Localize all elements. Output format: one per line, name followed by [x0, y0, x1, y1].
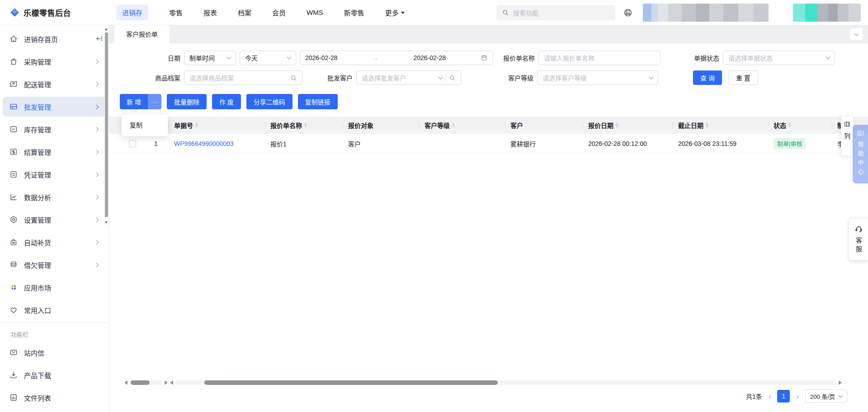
download-icon — [9, 370, 18, 379]
sort-icon[interactable] — [706, 123, 708, 127]
sidebar-item-delivery[interactable]: 配送管理 — [3, 74, 106, 94]
filter-panel-collapse-button[interactable] — [850, 28, 863, 40]
header-status[interactable]: 状态 — [768, 121, 832, 130]
table-horizontal-scrollbar[interactable] — [170, 379, 842, 386]
doc-no-link[interactable]: WP99664990000003 — [174, 140, 234, 147]
wholesale-customer-select[interactable]: 请选择批发客户 — [356, 70, 461, 85]
date-range-picker[interactable]: 2026-02-28 → 2026-02-28 — [300, 51, 493, 65]
sidebar-item-inbox[interactable]: 站内信 — [3, 342, 106, 362]
scrollbar-thumb[interactable] — [204, 380, 498, 385]
menu-item-copy[interactable]: 复制 — [122, 117, 168, 134]
sidebar-item-analytics[interactable]: 数据分析 — [3, 187, 106, 207]
scrollbar-thumb[interactable] — [131, 380, 150, 385]
pagination: 共1条 ‹ 1 › 200 条/页 — [746, 389, 847, 403]
function-search-input[interactable]: 搜索功能 — [496, 5, 615, 20]
nav-tab-lingshou[interactable]: 零售 — [169, 8, 183, 17]
scrollbar-track[interactable] — [175, 380, 836, 385]
app-market-icon — [9, 283, 18, 292]
sidebar-item-app-market[interactable]: 应用市场 — [3, 277, 106, 297]
frozen-columns-scrollbar[interactable] — [124, 379, 168, 386]
censored-store-info — [793, 4, 861, 22]
table-header: 单据号 报价单名称 报价对象 客户等级 客户 报价日期 截止日期 状态 制 — [109, 117, 868, 134]
date-to-value[interactable]: 2026-02-28 — [413, 54, 446, 61]
header-doc-no[interactable]: 单据号 — [169, 121, 265, 130]
row-checkbox[interactable] — [129, 140, 136, 147]
prev-page-button[interactable]: ‹ — [769, 393, 771, 400]
chevron-right-icon — [94, 104, 99, 109]
nav-tab-huiyuan[interactable]: 会员 — [272, 8, 286, 17]
header-quote-date[interactable]: 报价日期 — [583, 121, 673, 130]
scrollbar-up-arrow[interactable] — [105, 28, 108, 30]
nav-tab-baobiao[interactable]: 报表 — [203, 8, 217, 17]
scrollbar-thumb[interactable] — [105, 33, 108, 217]
scrollbar-track[interactable] — [130, 380, 162, 385]
void-button[interactable]: 作 废 — [212, 94, 241, 109]
scroll-right-arrow[interactable] — [165, 380, 168, 385]
add-dropdown-menu: 复制 — [121, 114, 168, 136]
page-size-select[interactable]: 200 条/页 — [805, 389, 847, 403]
add-more-button[interactable]: ··· — [148, 94, 161, 109]
help-center-button[interactable]: 帮助中心 — [853, 125, 868, 183]
sidebar-item-debt[interactable]: 借欠管理 — [3, 255, 106, 275]
add-button[interactable]: 新 增 — [120, 94, 148, 109]
column-settings-button[interactable]: 列 — [841, 116, 854, 156]
sidebar-item-voucher[interactable]: 凭证管理 — [3, 164, 106, 184]
sidebar-item-inventory[interactable]: 库存管理 — [3, 119, 106, 139]
customer-level-select[interactable]: 请选择客户等级 — [537, 70, 658, 85]
scrollbar-down-arrow[interactable] — [105, 221, 108, 224]
reset-button[interactable]: 重 置 — [728, 70, 758, 85]
search-icon[interactable] — [449, 75, 456, 81]
header-customer[interactable]: 客户 — [505, 121, 583, 130]
column-settings-icon — [844, 121, 851, 128]
sidebar-item-home[interactable]: 进销存首页 — [3, 29, 106, 49]
table-row[interactable]: 1 WP99664990000003 报价1 客户 雾耕银行 2026-02-2… — [109, 134, 868, 154]
sidebar-item-replenish[interactable]: 自动补货 — [3, 232, 106, 252]
chevron-down-icon — [227, 55, 231, 60]
sort-icon[interactable] — [195, 123, 198, 127]
sidebar-item-settings[interactable]: 设置管理 — [3, 210, 106, 229]
header-quote-name[interactable]: 报价单名称 — [265, 121, 343, 130]
nav-tab-wms[interactable]: WMS — [307, 9, 323, 16]
scroll-left-arrow[interactable] — [170, 380, 173, 385]
tab-customer-quotation[interactable]: 客户报价单 — [114, 25, 170, 43]
next-page-button[interactable]: › — [796, 393, 799, 400]
sidebar-collapse-icon[interactable] — [95, 35, 103, 42]
quote-name-input[interactable]: 请输入报价单名称 — [538, 51, 660, 65]
sort-icon[interactable] — [452, 123, 455, 127]
sidebar-item-purchase[interactable]: 采购管理 — [3, 52, 106, 71]
quotation-table: 单据号 报价单名称 报价对象 客户等级 客户 报价日期 截止日期 状态 制 1 … — [109, 117, 868, 154]
date-preset-select[interactable]: 今天 — [240, 51, 296, 65]
scroll-right-arrow[interactable] — [839, 380, 842, 385]
sidebar-item-product-download[interactable]: 产品下载 — [3, 365, 106, 385]
sidebar-item-wholesale[interactable]: 批发管理 — [3, 97, 106, 117]
copy-link-button[interactable]: 复制链接 — [298, 94, 338, 109]
sort-icon[interactable] — [788, 123, 791, 127]
sidebar-item-favorites[interactable]: 常用入口 — [3, 300, 106, 320]
batch-delete-button[interactable]: 批量删除 — [167, 94, 207, 109]
current-page-button[interactable]: 1 — [777, 390, 790, 403]
nav-tab-xinlingshou[interactable]: 新零售 — [344, 8, 364, 17]
sort-icon[interactable] — [616, 123, 618, 127]
header-customer-level[interactable]: 客户等级 — [419, 121, 505, 130]
share-qrcode-button[interactable]: 分享二维码 — [246, 94, 292, 109]
header-deadline[interactable]: 截止日期 — [673, 121, 768, 130]
date-from-value[interactable]: 2026-02-28 — [305, 54, 338, 61]
main-content: 客户报价单 日期 制单时间 今天 2026-02-28 → 2026-02-28 — [109, 25, 868, 412]
nav-tab-more[interactable]: 更多 — [385, 8, 405, 17]
customer-service-button[interactable]: 客服 — [849, 219, 868, 260]
doc-status-select[interactable]: 请选择单据状态 — [723, 51, 835, 65]
nav-tab-jinxiaocun[interactable]: 进销存 — [116, 5, 148, 20]
date-type-select[interactable]: 制单时间 — [184, 51, 236, 65]
product-select-input[interactable]: 请选择商品档案 — [184, 70, 302, 85]
app-logo[interactable]: 乐檬零售后台 — [10, 7, 71, 18]
sidebar-item-file-list[interactable]: 文件列表 — [3, 388, 106, 407]
search-button[interactable]: 查 询 — [693, 70, 722, 85]
sort-icon[interactable] — [304, 123, 307, 127]
nav-tab-dangan[interactable]: 档案 — [238, 8, 251, 17]
header-quote-target[interactable]: 报价对象 — [343, 121, 419, 130]
scroll-left-arrow[interactable] — [124, 380, 127, 385]
chevron-right-icon — [94, 59, 99, 64]
print-icon[interactable] — [623, 8, 633, 18]
sidebar-item-settlement[interactable]: 结算管理 — [3, 142, 106, 162]
sidebar-scrollbar[interactable] — [104, 26, 108, 225]
